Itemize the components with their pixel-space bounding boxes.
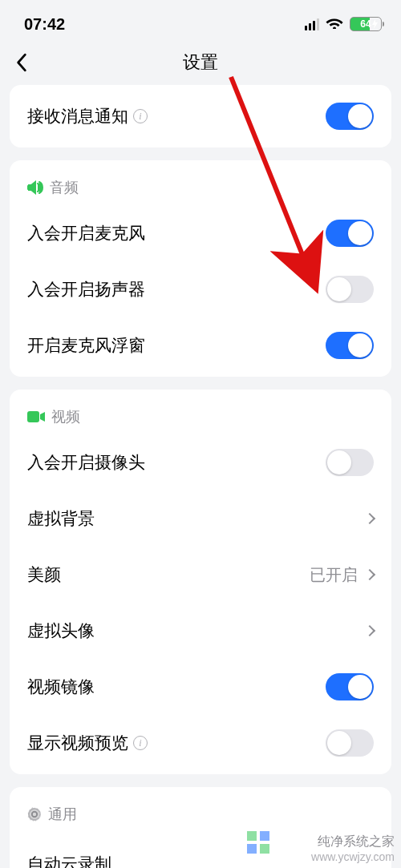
row-mic-on-join[interactable]: 入会开启麦克风: [10, 205, 391, 261]
row-label: 美颜: [27, 563, 61, 586]
row-cam-on-join[interactable]: 入会开启摄像头: [10, 434, 391, 491]
chevron-right-icon: [364, 513, 375, 524]
section-header-audio: 音频: [10, 164, 391, 205]
toggle-mirror[interactable]: [326, 673, 374, 700]
settings-content: 接收消息通知 i 音频 入会开启麦克风 入会开启扬声器 开启麦克风浮窗: [0, 85, 401, 868]
camera-icon: [27, 410, 45, 423]
cellular-signal-icon: [305, 18, 319, 30]
watermark-brand: 纯净系统之家: [318, 834, 395, 848]
toggle-mic-float[interactable]: [326, 332, 374, 359]
chevron-left-icon: [16, 53, 27, 72]
speaker-icon: [27, 180, 43, 195]
row-label: 自动云录制: [27, 853, 111, 868]
card-audio: 音频 入会开启麦克风 入会开启扬声器 开启麦克风浮窗: [10, 160, 391, 377]
battery-pct: 64: [360, 18, 371, 30]
card-video: 视频 入会开启摄像头 虚拟背景 美颜 已开启 虚拟头像 视频镜像 显示视: [10, 390, 391, 774]
page-header: 设置: [0, 40, 401, 85]
wifi-icon: [326, 16, 343, 33]
svg-rect-0: [27, 411, 39, 422]
row-speaker-on-join[interactable]: 入会开启扬声器: [10, 261, 391, 317]
battery-charging-icon: [372, 19, 379, 29]
section-header-general: 通用: [10, 790, 391, 832]
toggle-mic-on-join[interactable]: [326, 220, 374, 247]
row-label: 接收消息通知: [27, 105, 128, 127]
back-button[interactable]: [16, 40, 51, 85]
section-title: 音频: [50, 178, 79, 197]
page-title: 设置: [183, 50, 218, 75]
row-label: 虚拟头像: [27, 620, 95, 642]
card-notifications: 接收消息通知 i: [10, 85, 391, 147]
section-title: 通用: [48, 805, 77, 824]
row-label: 显示视频预览: [27, 732, 128, 754]
section-title: 视频: [51, 407, 80, 426]
chevron-right-icon: [364, 625, 375, 636]
status-bar: 07:42 64: [0, 0, 401, 40]
row-mic-float[interactable]: 开启麦克风浮窗: [10, 317, 391, 373]
row-label: 入会开启摄像头: [27, 451, 145, 474]
toggle-speaker-on-join[interactable]: [326, 276, 374, 303]
row-label: 虚拟背景: [27, 507, 95, 530]
chevron-right-icon: [364, 569, 375, 580]
row-label: 入会开启扬声器: [27, 278, 145, 301]
row-label: 入会开启麦克风: [27, 222, 145, 244]
info-icon[interactable]: i: [133, 109, 148, 123]
toggle-receive-notifications[interactable]: [326, 103, 374, 130]
battery-indicator: 64: [350, 17, 382, 31]
row-value: 已开启: [310, 564, 358, 586]
status-icons: 64: [305, 16, 382, 33]
row-virtual-avatar[interactable]: 虚拟头像: [10, 603, 391, 659]
row-preview[interactable]: 显示视频预览 i: [10, 715, 391, 771]
section-header-video: 视频: [10, 393, 391, 434]
row-virtual-bg[interactable]: 虚拟背景: [10, 491, 391, 547]
row-label: 开启麦克风浮窗: [27, 334, 145, 357]
watermark: 纯净系统之家 www.ycwjzy.com: [250, 834, 395, 863]
info-icon[interactable]: i: [133, 736, 148, 750]
gear-icon: [27, 807, 42, 822]
row-label: 视频镜像: [27, 676, 95, 698]
row-beauty[interactable]: 美颜 已开启: [10, 547, 391, 603]
row-receive-notifications[interactable]: 接收消息通知 i: [10, 88, 391, 144]
row-mirror[interactable]: 视频镜像: [10, 659, 391, 715]
status-time: 07:42: [24, 15, 65, 34]
toggle-preview[interactable]: [326, 729, 374, 757]
toggle-cam-on-join[interactable]: [326, 449, 374, 476]
watermark-url: www.ycwjzy.com: [250, 850, 395, 863]
